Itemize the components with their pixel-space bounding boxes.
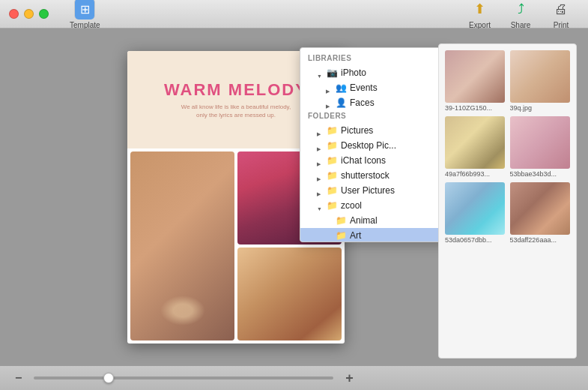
- photo-thumb-2[interactable]: 49a7f66b993...: [445, 116, 506, 178]
- file-browser-scroll[interactable]: LIBRARIES 📷 iPhoto 👥 Events 👤 Faces FOLD…: [300, 48, 449, 242]
- events-label: Events: [350, 82, 441, 93]
- sidebar-item-faces[interactable]: 👤 Faces: [300, 95, 449, 110]
- titlebar: ⊞ Template ⬆ Export ⤴ Share 🖨 Print: [0, 0, 588, 28]
- chevron-right-icon: [317, 188, 323, 194]
- chevron-down-icon: [317, 70, 323, 76]
- spacer-icon: [326, 232, 332, 238]
- sidebar-item-animal[interactable]: 📁 Animal: [300, 213, 449, 228]
- desktop-pic-label: Desktop Pic...: [341, 140, 441, 151]
- shutterstock-label: shutterstock: [341, 170, 441, 181]
- sidebar-item-pictures[interactable]: 📁 Pictures: [300, 123, 449, 138]
- main-area: WARM MELODY We all know life is like a b…: [0, 28, 588, 390]
- export-icon: ⬆: [474, 1, 485, 17]
- photo-thumb-4[interactable]: 53da0657dbb...: [445, 182, 506, 244]
- folder-icon: 📁: [336, 215, 346, 226]
- document-subtitle: We all know life is like a beautiful mel…: [181, 103, 291, 119]
- chevron-right-icon: [317, 158, 323, 164]
- zcool-label: zcool: [341, 200, 441, 211]
- photo-grid-inner: 39-110ZG150... 39q.jpg 49a7f66b993... 53…: [445, 50, 570, 244]
- photo-image-1: [510, 50, 570, 103]
- chevron-right-icon: [317, 142, 323, 148]
- folder-icon: 📁: [327, 155, 337, 166]
- photo-name-0: 39-110ZG150...: [445, 104, 506, 112]
- fullscreen-button[interactable]: [39, 9, 49, 19]
- zoom-minus-button[interactable]: −: [15, 372, 22, 384]
- folder-icon: 📁: [336, 230, 346, 241]
- photo-thumb-5[interactable]: 53daff226aaa...: [510, 182, 571, 244]
- file-browser[interactable]: LIBRARIES 📷 iPhoto 👥 Events 👤 Faces FOLD…: [300, 47, 449, 242]
- zoom-slider[interactable]: [34, 376, 333, 380]
- photo-name-3: 53bbae34b3d...: [510, 170, 571, 178]
- print-button[interactable]: 🖨 Print: [543, 0, 579, 31]
- iphoto-label: iPhoto: [341, 68, 441, 78]
- sidebar-item-events[interactable]: 👥 Events: [300, 80, 449, 95]
- chevron-right-icon: [326, 100, 332, 106]
- folder-icon: 📁: [327, 170, 337, 181]
- photo-main: [130, 152, 234, 340]
- folder-icon: 📁: [327, 185, 337, 196]
- photo-name-5: 53daff226aaa...: [510, 236, 571, 244]
- iphoto-icon: 📷: [327, 68, 337, 78]
- photo-image-2: [445, 116, 505, 169]
- photo-name-1: 39q.jpg: [510, 104, 571, 112]
- chevron-right-icon: [317, 128, 323, 134]
- sidebar-item-ichat-icons[interactable]: 📁 iChat Icons: [300, 153, 449, 168]
- events-icon: 👥: [336, 82, 346, 93]
- folder-icon: 📁: [327, 125, 337, 136]
- document-title: WARM MELODY: [164, 80, 308, 100]
- photo-image-0: [445, 50, 505, 103]
- template-button[interactable]: ⊞ Template: [64, 0, 106, 31]
- toolbar-right: ⬆ Export ⤴ Share 🖨 Print: [461, 0, 579, 28]
- folder-icon: 📁: [327, 200, 337, 211]
- sidebar-item-user-pictures[interactable]: 📁 User Pictures: [300, 183, 449, 198]
- art-label: Art: [350, 230, 441, 241]
- pictures-label: Pictures: [341, 125, 441, 136]
- folders-section-label: FOLDERS: [300, 110, 449, 123]
- chevron-right-icon: [326, 85, 332, 91]
- photo-hands2: [237, 248, 342, 340]
- share-icon: ⤴: [518, 2, 524, 17]
- template-icon: ⊞: [75, 0, 94, 20]
- faces-label: Faces: [350, 98, 441, 108]
- photo-image-3: [510, 116, 570, 169]
- traffic-lights: [9, 9, 49, 19]
- share-button[interactable]: ⤴ Share: [503, 0, 539, 31]
- photo-name-2: 49a7f66b993...: [445, 170, 506, 178]
- faces-icon: 👤: [336, 98, 346, 108]
- spacer-icon: [326, 218, 332, 224]
- photo-thumb-3[interactable]: 53bbae34b3d...: [510, 116, 571, 178]
- photo-image-4: [445, 182, 505, 235]
- sidebar-item-shutterstock[interactable]: 📁 shutterstock: [300, 168, 449, 183]
- bottom-bar: − +: [0, 366, 588, 390]
- close-button[interactable]: [9, 9, 19, 19]
- chevron-down-icon: [317, 202, 323, 208]
- chevron-right-icon: [317, 172, 323, 178]
- ichat-icons-label: iChat Icons: [341, 155, 441, 166]
- export-button[interactable]: ⬆ Export: [461, 0, 498, 31]
- minimize-button[interactable]: [24, 9, 34, 19]
- animal-label: Animal: [350, 215, 441, 226]
- folder-icon: 📁: [327, 140, 337, 151]
- sidebar-item-iphoto[interactable]: 📷 iPhoto: [300, 65, 449, 80]
- photo-name-4: 53da0657dbb...: [445, 236, 506, 244]
- sidebar-item-desktop-pic[interactable]: 📁 Desktop Pic...: [300, 138, 449, 153]
- photo-thumb-0[interactable]: 39-110ZG150...: [445, 50, 506, 112]
- libraries-section-label: LIBRARIES: [300, 52, 449, 65]
- photo-image-5: [510, 182, 570, 235]
- zoom-thumb[interactable]: [103, 373, 114, 383]
- photo-thumb-1[interactable]: 39q.jpg: [510, 50, 571, 112]
- print-icon: 🖨: [554, 2, 568, 17]
- photo-grid[interactable]: 39-110ZG150... 39q.jpg 49a7f66b993... 53…: [438, 44, 577, 358]
- sidebar-item-art[interactable]: 📁 Art: [300, 228, 449, 242]
- zoom-plus-button[interactable]: +: [345, 371, 354, 385]
- user-pictures-label: User Pictures: [341, 185, 441, 196]
- toolbar-left: ⊞ Template: [64, 0, 106, 31]
- sidebar-item-zcool[interactable]: 📁 zcool: [300, 198, 449, 213]
